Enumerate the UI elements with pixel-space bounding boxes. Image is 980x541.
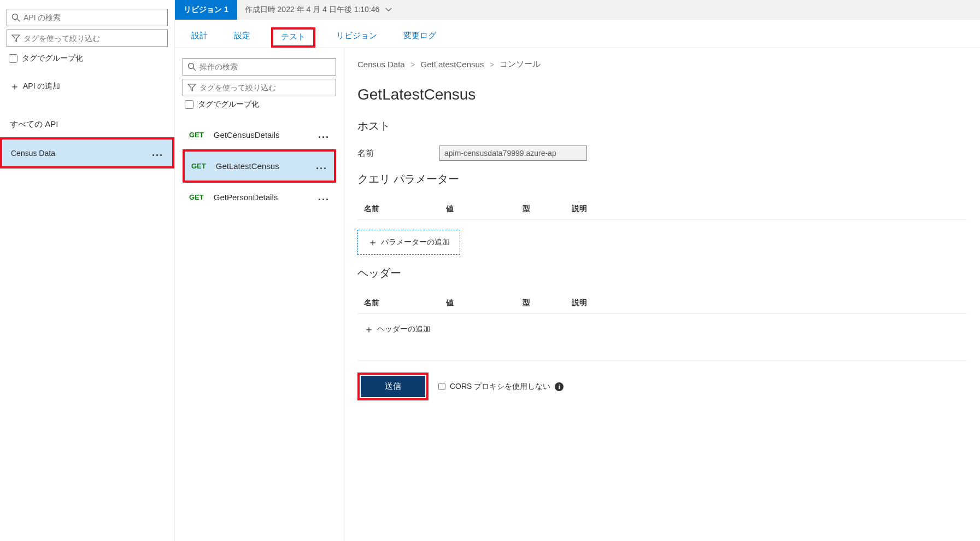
- search-icon: [187, 62, 196, 71]
- method-badge: GET: [189, 131, 204, 139]
- add-api-button[interactable]: ＋ API の追加: [7, 74, 168, 98]
- breadcrumb-op[interactable]: GetLatestCensus: [420, 60, 484, 69]
- tab-changelog[interactable]: 変更ログ: [398, 27, 442, 48]
- col-desc: 説明: [572, 298, 960, 308]
- operation-filter-box[interactable]: [183, 79, 336, 96]
- group-by-tag-input[interactable]: [9, 54, 17, 63]
- filter-icon: [187, 83, 196, 92]
- main-area: リビジョン 1 作成日時 2022 年 4 月 4 日午後 1:10:46 設計…: [175, 0, 980, 541]
- tabs: 設計 設定 テスト リビジョン 変更ログ: [175, 20, 980, 48]
- api-filter-box[interactable]: [7, 30, 168, 47]
- breadcrumb-api[interactable]: Census Data: [357, 60, 405, 69]
- operation-name: GetLatestCensus: [216, 161, 279, 171]
- send-highlight-wrap: 送信: [357, 373, 429, 400]
- col-desc: 説明: [572, 204, 960, 214]
- svg-point-0: [13, 14, 18, 20]
- svg-marker-2: [12, 35, 20, 42]
- add-parameter-label: パラメーターの追加: [381, 237, 450, 247]
- cors-label: CORS プロキシを使用しない: [450, 382, 550, 392]
- op-group-by-tag-label: タグでグループ化: [198, 100, 259, 109]
- bottom-bar: 送信 CORS プロキシを使用しない i: [357, 360, 967, 400]
- operation-search-box[interactable]: [183, 58, 336, 75]
- col-value: 値: [446, 204, 523, 214]
- method-badge: GET: [191, 162, 206, 170]
- query-table-header: 名前 値 型 説明: [357, 199, 967, 220]
- api-search-box[interactable]: [7, 9, 168, 26]
- tab-settings[interactable]: 設定: [228, 27, 256, 48]
- method-badge: GET: [189, 193, 204, 201]
- tab-test[interactable]: テスト: [271, 27, 315, 48]
- page-title: GetLatestCensus: [357, 86, 967, 103]
- col-type: 型: [523, 298, 572, 308]
- api-item-label: Census Data: [11, 149, 55, 158]
- ellipsis-icon[interactable]: ...: [316, 160, 327, 172]
- svg-point-3: [189, 63, 194, 69]
- svg-marker-5: [188, 84, 196, 91]
- details-column: Census Data > GetLatestCensus > コンソール Ge…: [344, 48, 980, 541]
- add-header-button[interactable]: ＋ ヘッダーの追加: [357, 314, 967, 345]
- cors-checkbox[interactable]: [438, 383, 445, 390]
- operation-item-getlatestcensus[interactable]: GET GetLatestCensus ...: [183, 149, 336, 183]
- host-section-title: ホスト: [357, 119, 967, 133]
- plus-icon: ＋: [368, 236, 377, 249]
- cors-checkbox-row[interactable]: CORS プロキシを使用しない i: [438, 382, 564, 392]
- add-header-label: ヘッダーの追加: [377, 324, 431, 334]
- ellipsis-icon[interactable]: ...: [318, 191, 330, 203]
- add-parameter-button[interactable]: ＋ パラメーターの追加: [357, 230, 460, 255]
- col-name: 名前: [364, 298, 446, 308]
- all-apis-label[interactable]: すべての API: [7, 115, 168, 137]
- api-filter-input[interactable]: [24, 34, 163, 43]
- breadcrumb-leaf: コンソール: [500, 59, 541, 69]
- host-name-row: 名前 apim-censusdata79999.azure-ap: [357, 146, 967, 161]
- api-search-input[interactable]: [24, 13, 163, 22]
- breadcrumb-sep: >: [489, 60, 494, 69]
- operation-item-getpersondetails[interactable]: GET GetPersonDetails ...: [183, 183, 336, 212]
- filter-icon: [11, 34, 20, 43]
- operation-name: GetCensusDetails: [214, 130, 280, 139]
- operation-item-getcensusdetails[interactable]: GET GetCensusDetails ...: [183, 120, 336, 149]
- ellipsis-icon[interactable]: ...: [318, 129, 330, 141]
- plus-icon: ＋: [364, 323, 373, 336]
- tab-design[interactable]: 設計: [186, 27, 213, 48]
- operation-name: GetPersonDetails: [214, 193, 278, 202]
- op-group-by-tag-input[interactable]: [185, 100, 193, 109]
- operations-column: タグでグループ化 GET GetCensusDetails ... GET Ge…: [175, 48, 344, 541]
- query-section-title: クエリ パラメーター: [357, 172, 967, 187]
- svg-line-1: [17, 19, 20, 22]
- sidebar-item-census-data[interactable]: Census Data ...: [0, 137, 174, 168]
- col-value: 値: [446, 298, 523, 308]
- revision-bar: リビジョン 1 作成日時 2022 年 4 月 4 日午後 1:10:46: [175, 0, 980, 20]
- host-name-value[interactable]: apim-censusdata79999.azure-ap: [439, 146, 587, 161]
- search-icon: [11, 13, 20, 22]
- col-type: 型: [523, 204, 572, 214]
- send-button[interactable]: 送信: [361, 376, 425, 397]
- operation-filter-input[interactable]: [199, 83, 331, 92]
- operation-search-input[interactable]: [199, 62, 331, 71]
- op-group-by-tag-checkbox[interactable]: タグでグループ化: [185, 100, 336, 109]
- sidebar: タグでグループ化 ＋ API の追加 すべての API Census Data …: [0, 0, 175, 541]
- col-name: 名前: [364, 204, 446, 214]
- header-table-header: 名前 値 型 説明: [357, 293, 967, 314]
- revision-date[interactable]: 作成日時 2022 年 4 月 4 日午後 1:10:46: [237, 5, 401, 15]
- group-by-tag-checkbox[interactable]: タグでグループ化: [9, 54, 168, 63]
- chevron-down-icon: [385, 7, 392, 13]
- ellipsis-icon[interactable]: ...: [152, 147, 163, 159]
- plus-icon: ＋: [10, 80, 19, 93]
- breadcrumb-sep: >: [410, 60, 415, 69]
- revision-date-text: 作成日時 2022 年 4 月 4 日午後 1:10:46: [245, 5, 380, 15]
- svg-line-4: [193, 68, 196, 71]
- group-by-tag-label: タグでグループ化: [22, 54, 83, 63]
- revision-tag[interactable]: リビジョン 1: [175, 0, 237, 20]
- content-row: タグでグループ化 GET GetCensusDetails ... GET Ge…: [175, 48, 980, 541]
- info-icon[interactable]: i: [555, 382, 564, 391]
- add-api-label: API の追加: [23, 82, 60, 91]
- tab-revisions[interactable]: リビジョン: [331, 27, 383, 48]
- header-section-title: ヘッダー: [357, 266, 967, 281]
- name-label: 名前: [357, 148, 390, 159]
- breadcrumb: Census Data > GetLatestCensus > コンソール: [357, 59, 967, 69]
